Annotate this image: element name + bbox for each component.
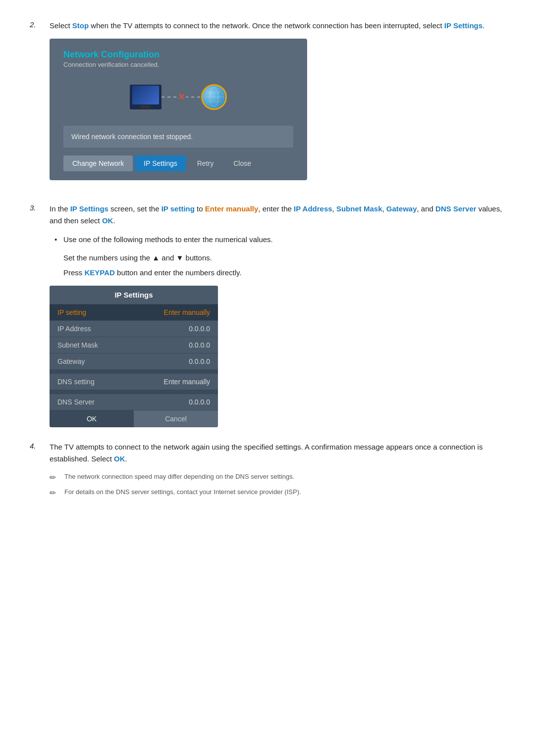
indented-line-1: Set the numbers using the and buttons. [50,252,505,264]
ok-final-ref: OK [114,454,125,463]
ip-address-value: 0.0.0.0 [189,325,210,333]
ip-setting-label: IP setting [57,308,86,316]
step-number-3: 3. [30,203,42,427]
up-arrow-icon [152,253,160,262]
tv-icon [130,85,161,109]
method-list-item: Use one of the following methods to ente… [54,234,505,246]
subnet-mask-row: Subnet Mask 0.0.0.0 [50,337,218,353]
net-buttons-row: Change Network IP Settings Retry Close [63,155,293,171]
step-4: 4. The TV attempts to connect to the net… [30,441,505,503]
step-2-content: Select Stop when the TV attempts to conn… [50,20,505,189]
stop-link: Stop [72,21,89,30]
ip-settings-ref: IP Settings [70,204,108,213]
network-config-panel: Network Configuration Connection verific… [50,39,307,180]
enter-manually-ref: Enter manually [205,204,259,213]
gateway-value: 0.0.0.0 [189,357,210,365]
keypad-ref: KEYPAD [85,268,115,277]
dns-server-label: DNS Server [57,398,95,406]
connection-line: ✕ [161,92,201,102]
ip-setting-ref: IP setting [161,204,195,213]
x-mark-icon: ✕ [177,92,186,102]
dns-server-value: 0.0.0.0 [189,398,210,406]
step-3-content: In the IP Settings screen, set the IP se… [50,203,505,427]
dns-setting-row: DNS setting Enter manually [50,374,218,390]
dns-setting-label: DNS setting [57,378,95,386]
ip-address-ref: IP Address [294,204,332,213]
tv-stand [141,105,151,108]
note-text-1: The network connection speed may differ … [64,472,294,482]
dns-setting-value: Enter manually [164,378,210,386]
ip-cancel-button[interactable]: Cancel [134,410,218,427]
globe-svg [203,86,225,108]
down-arrow-icon [176,253,184,262]
step-3: 3. In the IP Settings screen, set the IP… [30,203,505,427]
close-button[interactable]: Close [224,155,260,171]
ip-separator-2 [50,390,218,394]
ip-settings-button[interactable]: IP Settings [135,155,186,171]
ip-separator-1 [50,370,218,374]
ip-settings-panel: IP Settings IP setting Enter manually IP… [50,286,218,427]
ip-address-row: IP Address 0.0.0.0 [50,321,218,337]
ip-settings-panel-title: IP Settings [50,286,218,304]
ip-setting-row: IP setting Enter manually [50,304,218,321]
note-icon-1: ✏ [50,473,59,482]
step-3-text: In the IP Settings screen, set the IP se… [50,203,505,227]
gateway-row: Gateway 0.0.0.0 [50,353,218,370]
change-network-button[interactable]: Change Network [63,155,133,171]
dns-server-ref: DNS Server [435,204,477,213]
step-2-text: Select Stop when the TV attempts to conn… [50,20,505,32]
ip-address-label: IP Address [57,325,91,333]
note-2: ✏ For details on the DNS server settings… [50,487,505,498]
gateway-label: Gateway [57,357,85,365]
net-config-subtitle: Connection verification cancelled. [63,61,293,68]
step-4-text: The TV attempts to connect to the networ… [50,441,505,465]
net-status-text: Wired network connection test stopped. [71,133,285,141]
step-number-2: 2. [30,20,42,189]
note-icon-2: ✏ [50,488,59,498]
step-2: 2. Select Stop when the TV attempts to c… [30,20,505,189]
note-1: ✏ The network connection speed may diffe… [50,472,505,482]
step-4-content: The TV attempts to connect to the networ… [50,441,505,503]
dns-server-row: DNS Server 0.0.0.0 [50,394,218,410]
indented-line-2: Press KEYPAD button and enter the number… [50,266,505,279]
step-number-4: 4. [30,441,42,503]
method-list: Use one of the following methods to ente… [50,234,505,246]
subnet-mask-ref: Subnet Mask [336,204,382,213]
net-status-box: Wired network connection test stopped. [63,126,293,148]
ip-buttons-row: OK Cancel [50,410,218,427]
retry-button[interactable]: Retry [188,155,222,171]
ip-ok-button[interactable]: OK [50,410,134,427]
ok-ref: OK [102,216,113,225]
gateway-ref: Gateway [386,204,417,213]
subnet-mask-label: Subnet Mask [57,341,98,349]
globe-icon [201,84,227,110]
subnet-mask-value: 0.0.0.0 [189,341,210,349]
ip-settings-link-step2: IP Settings [444,21,482,30]
ip-setting-value: Enter manually [164,308,210,316]
note-text-2: For details on the DNS server settings, … [64,487,301,497]
dashed-line: ✕ [161,97,201,98]
net-config-diagram: ✕ [63,77,293,117]
tv-screen [132,86,159,104]
net-config-title: Network Configuration [63,50,293,60]
